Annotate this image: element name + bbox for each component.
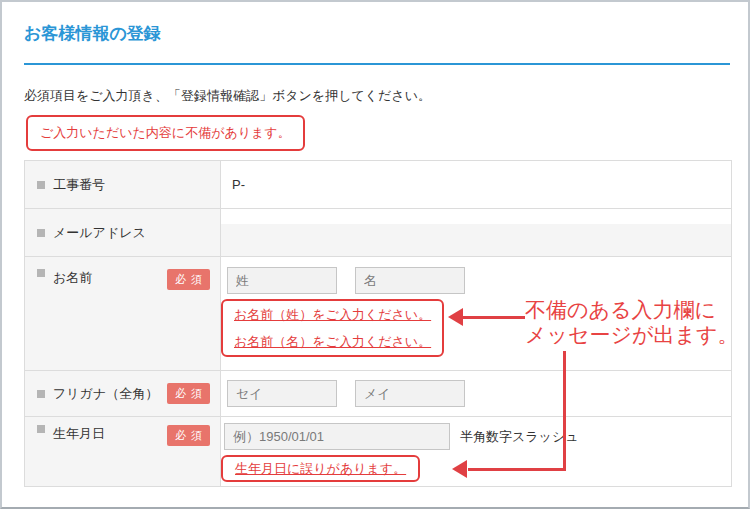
- row-label-cell: 生年月日 必須: [25, 417, 221, 486]
- row-value-cell: P-: [221, 161, 731, 208]
- square-bullet-icon: [37, 425, 45, 433]
- square-bullet-icon: [37, 181, 45, 189]
- row-label: 生年月日: [53, 425, 105, 443]
- table-row-email: メールアドレス: [25, 209, 731, 257]
- arrow-head-icon: [448, 308, 463, 326]
- row-label: お名前: [53, 269, 92, 287]
- name-error-box: お名前（姓）をご入力ください。 お名前（名）をご入力ください。: [221, 299, 444, 357]
- row-value-cell: 半角数字スラッシュ 生年月日に誤りがあります。: [221, 417, 731, 486]
- row-label: メールアドレス: [53, 224, 146, 242]
- arrow-shaft-top: [461, 316, 525, 319]
- birthdate-format-note: 半角数字スラッシュ: [460, 428, 579, 446]
- required-badge: 必須: [167, 383, 210, 404]
- row-value-cell: [221, 209, 731, 256]
- form-error-alert: ご入力いただいた内容に不備があります。: [26, 115, 305, 151]
- page-title: お客様情報の登録: [24, 22, 161, 45]
- square-bullet-icon: [37, 229, 45, 237]
- row-label-cell: お名前 必須: [25, 257, 221, 370]
- instruction-text: 必須項目をご入力頂き、「登録情報確認」ボタンを押してください。: [24, 87, 431, 105]
- row-label: フリガナ（全角）: [53, 385, 158, 403]
- arrow-head-icon: [452, 460, 467, 478]
- row-label: 工事番号: [53, 176, 105, 194]
- row-label-cell: 工事番号: [25, 161, 221, 208]
- square-bullet-icon: [37, 269, 45, 277]
- customer-registration-panel: お客様情報の登録 必須項目をご入力頂き、「登録情報確認」ボタンを押してください。…: [0, 0, 750, 509]
- form-error-alert-text: ご入力いただいた内容に不備があります。: [40, 125, 291, 140]
- last-name-input[interactable]: [227, 267, 337, 294]
- title-divider: [24, 63, 730, 65]
- email-readonly-field: [221, 224, 731, 256]
- square-bullet-icon: [37, 390, 45, 398]
- annotation-line: 不備のある入力欄に: [525, 297, 750, 322]
- table-row-construction-number: 工事番号 P-: [25, 161, 731, 209]
- row-label-cell: メールアドレス: [25, 209, 221, 256]
- arrow-vertical-connector: [563, 351, 566, 470]
- table-row-birthdate: 生年月日 必須 半角数字スラッシュ 生年月日に誤りがあります。: [25, 417, 731, 486]
- required-badge: 必須: [167, 269, 210, 290]
- annotation-note: 不備のある入力欄に メッセージが出ます。: [525, 297, 750, 347]
- birthdate-error-box: 生年月日に誤りがあります。: [221, 455, 420, 482]
- arrow-shaft-bottom: [468, 468, 566, 471]
- row-label-cell: フリガナ（全角） 必須: [25, 371, 221, 416]
- table-row-furigana: フリガナ（全角） 必須: [25, 371, 731, 417]
- last-kana-input[interactable]: [227, 380, 337, 407]
- first-name-input[interactable]: [355, 267, 465, 294]
- error-message: お名前（名）をご入力ください。: [234, 335, 431, 348]
- construction-number-value: P-: [221, 161, 731, 208]
- annotation-line: メッセージが出ます。: [525, 322, 750, 347]
- error-message: お名前（姓）をご入力ください。: [234, 308, 431, 321]
- row-value-cell: [221, 371, 731, 416]
- error-message: 生年月日に誤りがあります。: [235, 462, 406, 475]
- required-badge: 必須: [167, 425, 210, 446]
- birthdate-input[interactable]: [224, 423, 450, 450]
- first-kana-input[interactable]: [355, 380, 465, 407]
